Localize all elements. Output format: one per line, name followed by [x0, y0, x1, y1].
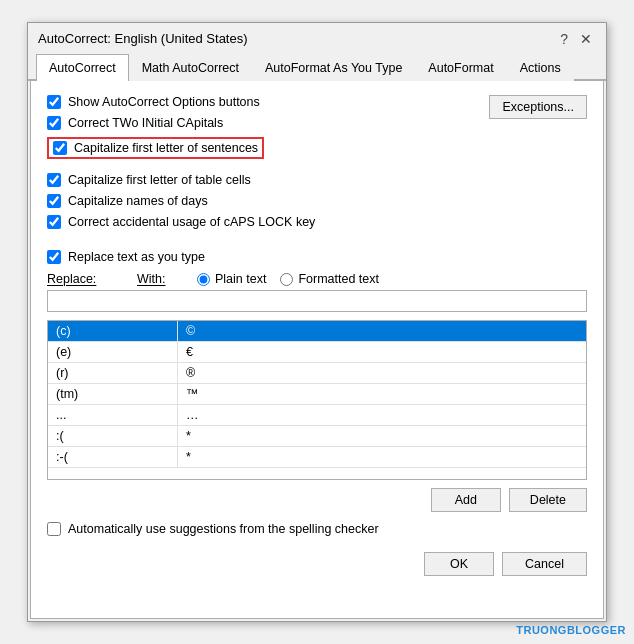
capitalize-table-label[interactable]: Capitalize first letter of table cells: [68, 173, 251, 187]
replace-input[interactable]: [47, 290, 197, 312]
table-row[interactable]: :( *: [48, 426, 586, 447]
with-cell: *: [178, 426, 586, 446]
with-input[interactable]: [197, 290, 587, 312]
table-row[interactable]: (e) €: [48, 342, 586, 363]
with-col-label: With:: [137, 272, 177, 286]
delete-button[interactable]: Delete: [509, 488, 587, 512]
capitalize-sentences-label[interactable]: Capitalize first letter of sentences: [74, 141, 258, 155]
replace-cell: ...: [48, 405, 178, 425]
capitalize-days-checkbox[interactable]: [47, 194, 61, 208]
plain-text-radio[interactable]: [197, 273, 210, 286]
dialog-title: AutoCorrect: English (United States): [38, 31, 248, 46]
replace-cell: :-(: [48, 447, 178, 467]
table-row[interactable]: ... …: [48, 405, 586, 426]
replace-input-pair: [47, 290, 587, 312]
tab-bar: AutoCorrect Math AutoCorrect AutoFormat …: [28, 54, 606, 81]
tab-autoformat[interactable]: AutoFormat: [415, 54, 506, 81]
capitalize-table-checkbox[interactable]: [47, 173, 61, 187]
replace-with-header: Replace: With: Plain text Formatted text: [47, 272, 587, 286]
table-row[interactable]: (c) ©: [48, 321, 586, 342]
correct-two-label[interactable]: Correct TWo INitial CApitals: [68, 116, 223, 130]
plain-text-radio-label[interactable]: Plain text: [215, 272, 266, 286]
with-cell: ®: [178, 363, 586, 383]
show-options-label[interactable]: Show AutoCorrect Options buttons: [68, 95, 260, 109]
replace-cell: :(: [48, 426, 178, 446]
capitalize-sentences-row: Capitalize first letter of sentences: [47, 137, 264, 159]
tab-actions[interactable]: Actions: [507, 54, 574, 81]
with-cell: …: [178, 405, 586, 425]
add-button[interactable]: Add: [431, 488, 501, 512]
replace-text-checkbox[interactable]: [47, 250, 61, 264]
cancel-button[interactable]: Cancel: [502, 552, 587, 576]
checkboxes-section: Exceptions... Show AutoCorrect Options b…: [47, 95, 587, 229]
spelling-label[interactable]: Automatically use suggestions from the s…: [68, 522, 379, 536]
with-cell: *: [178, 447, 586, 467]
tab-content: Exceptions... Show AutoCorrect Options b…: [30, 81, 604, 619]
replace-cell: (tm): [48, 384, 178, 404]
tab-autoformat-as-you-type[interactable]: AutoFormat As You Type: [252, 54, 415, 81]
table-row[interactable]: (tm) ™: [48, 384, 586, 405]
capitalize-days-row: Capitalize names of days: [47, 194, 587, 208]
replace-col-label: Replace:: [47, 272, 117, 286]
formatted-text-option: Formatted text: [280, 272, 379, 286]
formatted-text-radio[interactable]: [280, 273, 293, 286]
spelling-checkbox[interactable]: [47, 522, 61, 536]
show-options-checkbox[interactable]: [47, 95, 61, 109]
correct-accidental-label[interactable]: Correct accidental usage of cAPS LOCK ke…: [68, 215, 315, 229]
replace-section: Replace text as you type Replace: With: …: [47, 250, 587, 536]
replace-cell: (c): [48, 321, 178, 341]
correct-accidental-row: Correct accidental usage of cAPS LOCK ke…: [47, 215, 587, 229]
close-button[interactable]: ✕: [576, 32, 596, 46]
table-row[interactable]: :-( *: [48, 447, 586, 468]
replace-text-row: Replace text as you type: [47, 250, 587, 264]
capitalize-days-label[interactable]: Capitalize names of days: [68, 194, 208, 208]
replace-cell: (r): [48, 363, 178, 383]
table-row[interactable]: (r) ®: [48, 363, 586, 384]
add-delete-row: Add Delete: [47, 488, 587, 512]
title-controls: ? ✕: [556, 32, 596, 46]
capitalize-table-row: Capitalize first letter of table cells: [47, 173, 587, 187]
autocorrect-table[interactable]: (c) © (e) € (r) ® (tm) ™ ... …: [47, 320, 587, 480]
title-bar: AutoCorrect: English (United States) ? ✕: [28, 23, 606, 50]
autocorrect-dialog: AutoCorrect: English (United States) ? ✕…: [27, 22, 607, 622]
replace-cell: (e): [48, 342, 178, 362]
capitalize-sentences-checkbox[interactable]: [53, 141, 67, 155]
with-cell: €: [178, 342, 586, 362]
correct-accidental-checkbox[interactable]: [47, 215, 61, 229]
replace-text-label[interactable]: Replace text as you type: [68, 250, 205, 264]
help-button[interactable]: ?: [556, 32, 572, 46]
correct-two-checkbox[interactable]: [47, 116, 61, 130]
bottom-buttons: OK Cancel: [47, 546, 587, 578]
text-type-radio-group: Plain text Formatted text: [197, 272, 379, 286]
spelling-row: Automatically use suggestions from the s…: [47, 522, 587, 536]
with-cell: ©: [178, 321, 586, 341]
tab-autocorrect[interactable]: AutoCorrect: [36, 54, 129, 81]
with-cell: ™: [178, 384, 586, 404]
exceptions-button[interactable]: Exceptions...: [489, 95, 587, 119]
spacer: [47, 236, 587, 246]
ok-button[interactable]: OK: [424, 552, 494, 576]
tab-math-autocorrect[interactable]: Math AutoCorrect: [129, 54, 252, 81]
plain-text-option: Plain text: [197, 272, 266, 286]
formatted-text-radio-label[interactable]: Formatted text: [298, 272, 379, 286]
watermark: TRUONGBLOGGER: [516, 624, 626, 636]
